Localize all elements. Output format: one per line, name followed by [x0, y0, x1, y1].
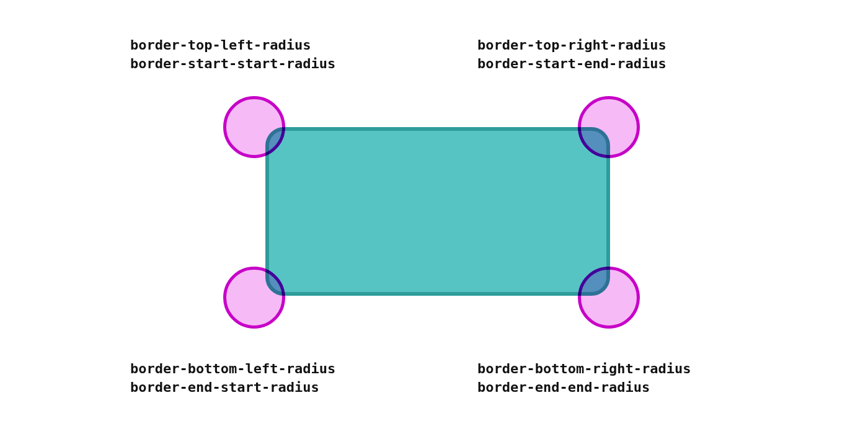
- label-top-left: border-top-left-radius border-start-star…: [130, 36, 335, 73]
- label-bottom-right-physical: border-bottom-right-radius: [477, 360, 691, 378]
- label-top-right: border-top-right-radius border-start-end…: [477, 36, 666, 73]
- label-bottom-left-logical: border-end-start-radius: [130, 378, 335, 397]
- corner-dot-bottom-left: [223, 267, 285, 329]
- label-bottom-left-physical: border-bottom-left-radius: [130, 360, 335, 378]
- corner-dot-bottom-right: [578, 267, 640, 329]
- label-bottom-right-logical: border-end-end-radius: [477, 378, 691, 397]
- corner-dot-top-right: [578, 96, 640, 158]
- label-top-left-physical: border-top-left-radius: [130, 36, 335, 55]
- label-bottom-right: border-bottom-right-radius border-end-en…: [477, 360, 691, 396]
- label-bottom-left: border-bottom-left-radius border-end-sta…: [130, 360, 335, 396]
- rounded-box: [265, 127, 610, 296]
- diagram-stage: border-top-left-radius border-start-star…: [0, 0, 868, 434]
- label-top-right-physical: border-top-right-radius: [477, 36, 666, 55]
- label-top-right-logical: border-start-end-radius: [477, 55, 666, 73]
- label-top-left-logical: border-start-start-radius: [130, 55, 335, 73]
- corner-dot-top-left: [223, 96, 285, 158]
